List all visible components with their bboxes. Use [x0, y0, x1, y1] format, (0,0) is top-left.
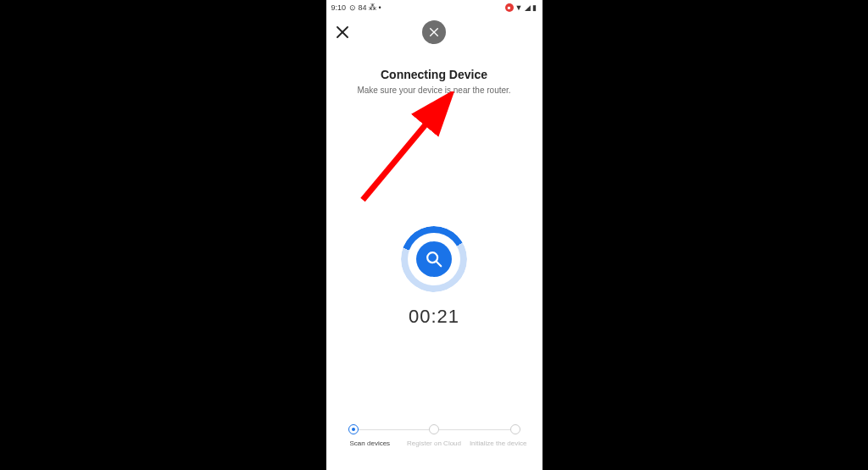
search-icon	[425, 250, 443, 268]
title-block: Connecting Device Make sure your device …	[326, 68, 542, 95]
svg-line-5	[437, 261, 442, 266]
status-bar: 9:10 ⊙ 84 ⁂ • ■ ▼ ◢ ▮	[326, 0, 542, 15]
step-dot-scan	[348, 424, 359, 434]
page-subtitle: Make sure your device is near the router…	[338, 86, 531, 95]
step-dot-register	[429, 424, 439, 434]
step-label-scan: Scan devices	[338, 440, 403, 448]
progress-spinner	[401, 226, 467, 292]
header-row	[326, 15, 542, 49]
stepper-dots	[348, 424, 520, 434]
phone-frame: 9:10 ⊙ 84 ⁂ • ■ ▼ ◢ ▮ Connecting Device …	[326, 0, 542, 470]
clock-text: 9:10	[331, 3, 347, 12]
status-left: 9:10 ⊙ 84 ⁂ •	[331, 3, 381, 12]
close-icon	[337, 26, 348, 38]
status-right: ■ ▼ ◢ ▮	[505, 3, 537, 12]
close-button[interactable]	[335, 25, 350, 40]
step-label-initialize: Initialize the device	[466, 440, 531, 448]
step-dot-initialize	[510, 424, 520, 434]
dismiss-overlay-button[interactable]	[422, 20, 446, 44]
screen-record-icon: ■	[505, 3, 514, 12]
spinner-core	[416, 241, 452, 277]
progress-area: 00:21	[326, 129, 542, 424]
stepper-labels: Scan devices Register on Cloud Initializ…	[338, 440, 531, 448]
setup-stepper: Scan devices Register on Cloud Initializ…	[326, 424, 542, 470]
countdown-timer: 00:21	[409, 306, 459, 328]
page-title: Connecting Device	[338, 68, 531, 81]
step-label-register: Register on Cloud	[402, 440, 466, 448]
close-icon	[429, 27, 439, 37]
status-icons-left: ⊙ 84 ⁂ •	[349, 3, 381, 12]
wifi-signal-battery-icons: ▼ ◢ ▮	[515, 3, 537, 12]
